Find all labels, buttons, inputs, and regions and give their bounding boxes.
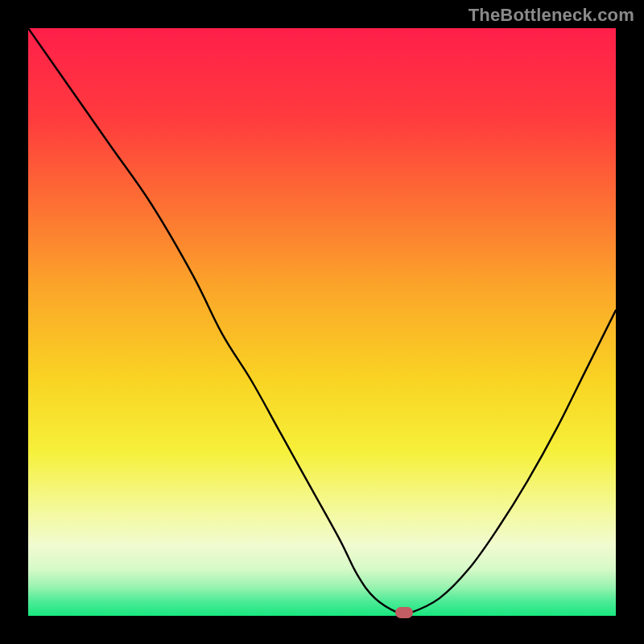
watermark-text: TheBottleneck.com — [469, 5, 634, 26]
optimum-marker — [395, 607, 413, 618]
bottleneck-curve — [28, 28, 616, 616]
chart-frame: TheBottleneck.com — [0, 0, 644, 644]
plot-area — [28, 28, 616, 616]
